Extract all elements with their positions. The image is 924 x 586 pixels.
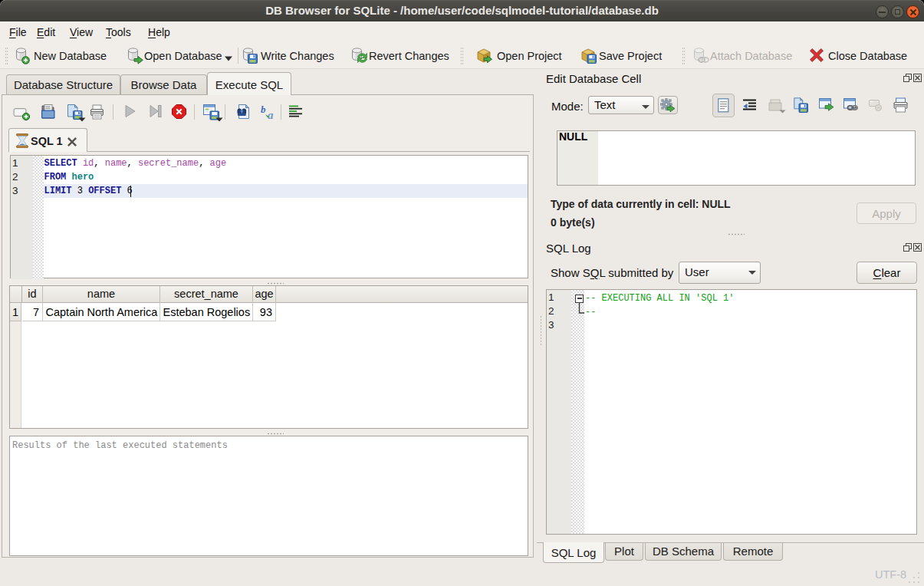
svg-text:a: a xyxy=(268,109,274,120)
svg-text:b: b xyxy=(261,104,266,115)
